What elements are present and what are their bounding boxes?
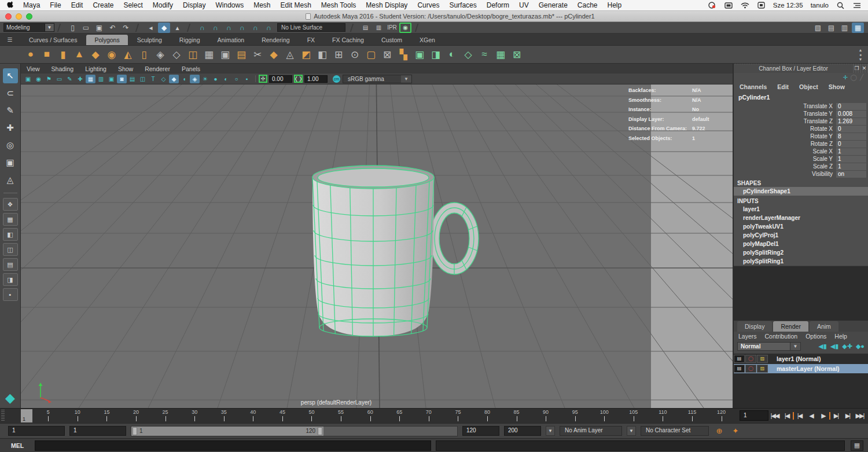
menu-item[interactable]: Surfaces	[449, 1, 476, 9]
quad-draw-icon[interactable]: ▢	[363, 47, 378, 62]
menu-item[interactable]: Generate	[539, 1, 568, 9]
step-back-frame-button[interactable]: |◀	[781, 412, 793, 420]
menu-item[interactable]: Edit	[71, 1, 83, 9]
connect-icon[interactable]: ⊞	[331, 47, 346, 62]
gate-mask-icon[interactable]: ◙	[117, 75, 127, 83]
poly-cone-icon[interactable]: ▲	[72, 47, 87, 62]
go-to-start-button[interactable]: |◀◀	[768, 412, 781, 420]
animation-start-field[interactable]: 1	[8, 426, 65, 436]
ipr-render-icon[interactable]: IPR	[386, 23, 398, 33]
time-slider[interactable]: 1 51015202530354045505560657075808590951…	[0, 408, 868, 423]
channel-box-menu-item[interactable]: Object	[799, 83, 818, 90]
layer-editor-menu-item[interactable]: Layers	[738, 333, 757, 340]
spotlight-search-icon[interactable]	[836, 2, 845, 9]
speed-slow-icon[interactable]: ◯	[851, 74, 857, 80]
anim-layer-caret-icon[interactable]: ▼	[627, 426, 636, 436]
layer-render-toggle-icon[interactable]: ◯	[745, 355, 756, 363]
minimize-window-button[interactable]	[16, 13, 22, 20]
shelf-tab[interactable]: Curves / Surfaces	[21, 35, 85, 45]
menu-item[interactable]: File	[50, 1, 61, 9]
menu-item[interactable]: Modify	[153, 1, 173, 9]
viewport-mesh-mug[interactable]	[308, 164, 482, 345]
layer-editor-menu-item[interactable]: Help	[834, 333, 847, 340]
uv-cut-sew-icon[interactable]: ⊠	[509, 47, 524, 62]
use-all-lights-icon[interactable]: ☀	[200, 75, 210, 83]
channel-box-menu-item[interactable]: Edit	[777, 83, 789, 90]
uv-unfold-icon[interactable]: ≈	[477, 47, 492, 62]
user-menu[interactable]: tanulo	[811, 2, 829, 9]
shelf-tab[interactable]: Custom	[373, 35, 410, 45]
render-settings-icon[interactable]: ◉	[399, 23, 411, 33]
popout-panel-icon[interactable]: ❐	[853, 65, 860, 71]
move-layer-up-icon[interactable]: ◀▮	[818, 343, 827, 350]
attribute-value-field[interactable]: 1	[836, 163, 866, 170]
menu-item[interactable]: Windows	[215, 1, 244, 9]
manipulator-icon[interactable]: ✛	[843, 74, 847, 80]
menu-set-caret-icon[interactable]: ▼	[45, 23, 54, 32]
select-camera-icon[interactable]: ▣	[23, 75, 33, 83]
bevel-icon[interactable]: ◆	[266, 47, 281, 62]
input-node-item[interactable]: polySplitRing2	[734, 248, 868, 257]
uv-planar-mapping-icon[interactable]: ▣	[412, 47, 427, 62]
shelf-scroll-down-icon[interactable]: ▼	[856, 57, 865, 61]
zoom-window-button[interactable]	[26, 13, 32, 20]
subdivide-icon[interactable]: ▦	[201, 47, 216, 62]
step-back-key-button[interactable]: |◀	[793, 412, 805, 420]
speed-fast-icon[interactable]: ╱	[860, 74, 863, 80]
command-input-field[interactable]	[35, 440, 431, 451]
poly-sphere-icon[interactable]: ●	[23, 47, 38, 62]
bookmark-icon[interactable]: ⚑	[44, 75, 54, 83]
close-panel-icon[interactable]: ✕	[860, 65, 868, 71]
input-node-item[interactable]: polyTweakUV1	[734, 222, 868, 231]
script-editor-icon[interactable]: ▦	[851, 440, 863, 451]
shelf-tab[interactable]: Rigging	[171, 35, 208, 45]
image-plane-icon[interactable]: ▭	[54, 75, 64, 83]
redo-icon[interactable]: ↷	[120, 23, 132, 33]
layout-hypershade-button[interactable]: ◨	[3, 273, 18, 286]
render-layer-row[interactable]: ▤ ◯ ▨ layer1 (Normal)	[734, 354, 868, 363]
play-backwards-button[interactable]: ◀	[805, 412, 817, 420]
input-node-item[interactable]: polyCylProj1	[734, 231, 868, 240]
layer-renderable-toggle-icon[interactable]: ▤	[734, 365, 745, 373]
shelf-tab[interactable]: Animation	[209, 35, 252, 45]
menu-item[interactable]: Select	[123, 1, 142, 9]
window-title-bar[interactable]: Autodesk Maya 2016 - Student Version: /U…	[0, 11, 868, 22]
shelf-tab[interactable]: FX	[299, 35, 323, 45]
play-forwards-button[interactable]: ▶	[817, 412, 829, 420]
poly-cylinder-icon[interactable]: ▮	[56, 47, 71, 62]
blend-mode-dropdown[interactable]: Normal ▼	[737, 342, 801, 351]
scale-tool[interactable]: ▣	[3, 155, 18, 170]
layer-editor-menu-item[interactable]: Options	[806, 333, 826, 340]
shelf-tab[interactable]: Polygons	[86, 35, 127, 45]
grease-pencil-icon[interactable]: ✚	[75, 75, 85, 83]
attribute-value-field[interactable]: 0.008	[836, 111, 866, 117]
layer-editor-menu-item[interactable]: Contribution	[765, 333, 798, 340]
layout-persp-graph-button[interactable]: ▤	[3, 258, 18, 271]
default-material-icon[interactable]: ◐	[221, 75, 231, 83]
open-scene-icon[interactable]: ▭	[80, 23, 92, 33]
film-gate-icon[interactable]: ▥	[96, 75, 106, 83]
layout-persp-panel-button[interactable]: ◫	[3, 243, 18, 256]
uv-editor-icon[interactable]: ▦	[493, 47, 508, 62]
menu-set-value[interactable]: Modeling	[3, 23, 45, 32]
viewport-canvas[interactable]: Backfaces: N/A Smoothness: N/A Instance:…	[21, 84, 733, 408]
menu-item[interactable]: Mesh Display	[366, 1, 407, 9]
uv-spherical-mapping-icon[interactable]: ◐	[444, 47, 459, 62]
smooth-icon[interactable]: ◈	[153, 47, 168, 62]
camera-attributes-icon[interactable]: ◉	[34, 75, 43, 83]
layout-persp-outliner-button[interactable]: ◧	[3, 228, 18, 241]
textured-icon[interactable]: ◈	[190, 75, 200, 83]
shadows-icon[interactable]: ●	[211, 75, 220, 83]
snap-to-curve-icon[interactable]: ∩	[209, 23, 222, 33]
poly-pipe-icon[interactable]: ▯	[137, 47, 152, 62]
playback-end-field[interactable]: 120	[462, 426, 499, 436]
menu-item[interactable]: Create	[93, 1, 113, 9]
attribute-value-field[interactable]: 0	[836, 126, 866, 133]
step-forward-key-button[interactable]: ▶|	[829, 412, 841, 420]
timeline-drag-handle[interactable]	[1, 410, 5, 422]
xray-icon[interactable]: ○	[231, 75, 241, 83]
layout-single-pane-button[interactable]: ❖	[3, 198, 18, 211]
reduce-icon[interactable]: ◇	[169, 47, 184, 62]
modeling-toolkit-icon[interactable]: ▧	[812, 23, 824, 33]
wifi-status-icon[interactable]	[741, 2, 749, 9]
